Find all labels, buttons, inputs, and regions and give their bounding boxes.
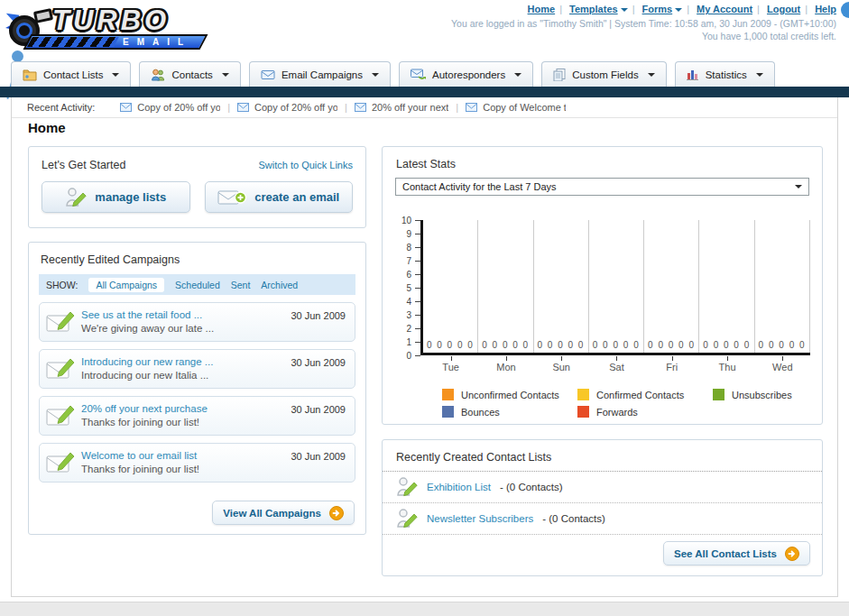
campaign-row[interactable]: Welcome to our email listThanks for join… [39,443,355,483]
page-frame: Recent Activity: Copy of 20% off yo | Co… [11,97,838,597]
switch-quick-links-link[interactable]: Switch to Quick Links [258,160,353,170]
x-axis-label: Fri [644,355,699,372]
campaign-filter-bar: SHOW: All Campaigns Scheduled Sent Archi… [39,274,355,295]
help-bubble-icon[interactable] [841,2,849,18]
see-all-contact-lists-button[interactable]: See All Contact Lists [663,541,810,565]
chart-plot: 0 0 0 0 00 0 0 0 00 0 0 0 00 0 0 0 00 0 … [420,220,810,355]
envelope-icon [237,103,249,112]
contact-list-count: - (0 Contacts) [500,482,563,492]
filter-all-campaigns[interactable]: All Campaigns [88,278,164,292]
chevron-down-icon [648,73,655,77]
legend-swatch [442,406,454,418]
contact-list-row[interactable]: Newsletter Subscribers - (0 Contacts) [383,503,822,535]
tab-statistics[interactable]: Statistics [675,61,775,87]
campaign-date: 30 Jun 2009 [291,303,355,321]
logo-word-email: EMAIL [123,37,191,47]
recent-activity-item[interactable]: Copy of Welcome to [466,102,566,113]
campaign-title-link[interactable]: 20% off your next purchase [81,403,208,414]
chart-values-text: 0 0 0 0 0 [699,340,753,350]
tab-custom-fields[interactable]: Custom Fields [541,61,667,87]
legend-label: Unconfirmed Contacts [461,390,559,400]
view-all-campaigns-button[interactable]: View All Campaigns [212,501,355,525]
campaign-title-link[interactable]: Welcome to our email list [81,450,197,461]
legend-swatch [577,389,589,400]
latest-stats-panel: Latest Stats Contact Activity for the La… [382,146,823,425]
chart-values-text: 0 0 0 0 0 [478,340,532,350]
chart-x-labels: TueMonSunSatFriThuWed [423,355,810,372]
tab-email-campaigns[interactable]: Email Campaigns [249,61,391,87]
recent-activity-item[interactable]: Copy of 20% off yo [237,102,337,113]
contact-list-row[interactable]: Exhibition List - (0 Contacts) [383,472,822,503]
contact-list-link[interactable]: Newsletter Subscribers [427,513,533,524]
campaign-row[interactable]: 20% off your next purchaseThanks for joi… [39,396,355,436]
stats-period-select[interactable]: Contact Activity for the Last 7 Days [395,178,809,196]
legend-label: Forwards [596,407,638,418]
filter-sent[interactable]: Sent [231,280,251,290]
nav-link-templates[interactable]: Templates [569,4,618,14]
filter-archived[interactable]: Archived [261,280,298,290]
login-status: You are logged in as "Timothy Smith" | S… [451,18,836,29]
chart-values-text: 0 0 0 0 0 [644,340,698,350]
chevron-down-icon [112,73,119,77]
autoresponder-icon [411,69,426,80]
envelope-plus-icon [217,188,246,207]
navbar-strip [0,87,849,97]
nav-link-forms[interactable]: Forms [642,4,673,14]
tab-autoresponders[interactable]: Autoresponders [399,61,533,87]
tab-contacts[interactable]: Contacts [139,61,240,87]
recent-activity-item[interactable]: Copy of 20% off yo [120,102,220,113]
manage-lists-button[interactable]: manage lists [42,181,190,213]
nav-link-help[interactable]: Help [815,4,836,14]
chevron-down-icon [222,73,229,77]
chart-day-column: 0 0 0 0 0 [589,220,644,353]
logo-text: TURBO EMAIL [52,5,204,50]
campaign-title-link[interactable]: Introducing our new range ... [81,356,213,367]
create-email-button[interactable]: create an email [205,181,354,213]
nav-link-my-account[interactable]: My Account [697,4,752,14]
envelope-pencil-icon [46,357,75,381]
campaign-subtitle: We're giving away our late ... [81,323,214,334]
legend-item: Confirmed Contacts [577,389,713,400]
latest-stats-title: Latest Stats [383,158,822,178]
legend-item: Forwards [577,406,713,418]
campaign-row[interactable]: See us at the retail food ...We're givin… [39,302,355,342]
filter-scheduled[interactable]: Scheduled [175,280,220,290]
folder-icon [23,69,37,81]
header: TURBO EMAIL Home| Templates| Forms| My A… [0,0,849,60]
show-label: SHOW: [46,280,78,290]
legend-swatch [713,389,724,400]
envelope-pencil-icon [46,404,75,428]
footer-strip [0,602,849,616]
chevron-down-icon [372,73,379,77]
nav-link-home[interactable]: Home [528,4,556,14]
campaign-title-link[interactable]: See us at the retail food ... [81,309,202,320]
page-title: Home [28,120,66,135]
arrow-circle-icon [329,506,344,520]
envelope-pencil-icon [46,451,75,474]
campaign-subtitle: Thanks for joining our list! [81,417,199,428]
chart-day-column: 0 0 0 0 0 [423,220,478,353]
envelope-icon [120,103,132,112]
legend-label: Bounces [461,407,500,418]
campaign-row[interactable]: Introducing our new range ...Introducing… [39,349,355,389]
envelope-icon [261,69,275,80]
chart-day-column: 0 0 0 0 0 [478,220,533,353]
nav-link-logout[interactable]: Logout [767,4,800,14]
chart-day-column: 0 0 0 0 0 [644,220,699,353]
recent-activity-label: Recent Activity: [27,102,95,113]
tab-contact-lists[interactable]: Contact Lists [11,61,131,87]
envelope-icon [355,103,366,112]
chart-values-text: 0 0 0 0 0 [755,340,809,350]
envelope-icon [466,103,477,112]
x-axis-label: Wed [755,355,810,372]
chevron-down-icon [675,8,682,12]
pages-icon [553,69,566,81]
campaign-subtitle: Introducing our new Italia ... [81,370,208,381]
chevron-down-icon [621,8,628,12]
recent-activity-item[interactable]: 20% off your next [355,102,448,113]
logo-word-turbo: TURBO [52,5,204,37]
x-axis-label: Sat [589,355,644,372]
chart-y-axis: 012345678910 [388,220,420,355]
contact-list-link[interactable]: Exhibition List [427,482,491,492]
contact-lists-panel: Recently Created Contact Lists Exhibitio… [382,439,823,576]
